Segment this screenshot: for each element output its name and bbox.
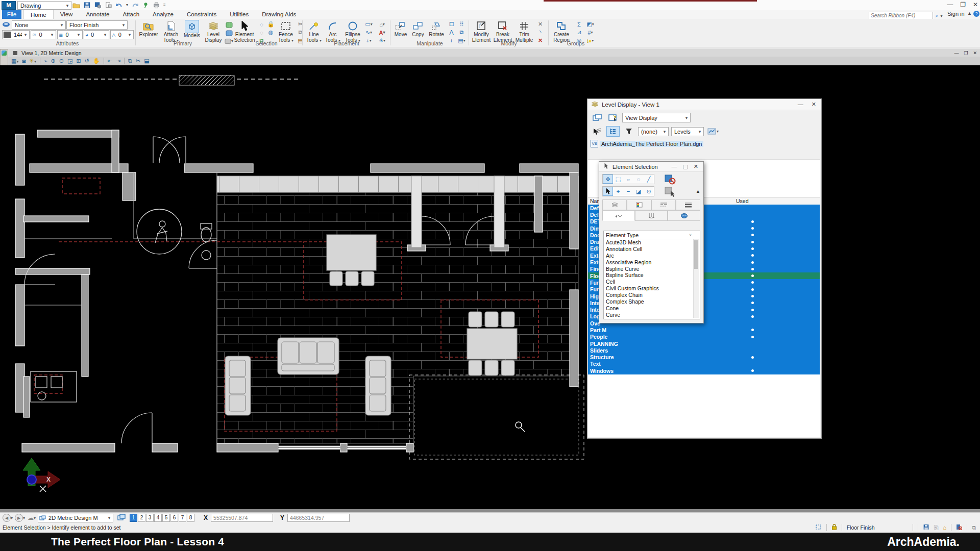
dialog-maximize-button[interactable]: ▢ — [682, 163, 688, 170]
copy-view-icon[interactable]: ⧉ — [128, 57, 132, 65]
view-titlebar[interactable]: View 1, 2D Metric Design — ❐ ✕ — [8, 49, 980, 57]
element-type-cell[interactable]: Cell — [604, 279, 700, 285]
mode-block-icon[interactable]: ⬚ — [613, 174, 623, 184]
tab-constraints[interactable]: Constraints — [180, 10, 223, 19]
marker-icon[interactable]: ☁ — [28, 514, 34, 521]
element-type-bspline-surface[interactable]: Bspline Surface — [604, 272, 700, 279]
dialog-close-button[interactable]: ✕ — [812, 101, 816, 108]
view-background-icon[interactable]: ◙ — [22, 57, 26, 65]
element-type-bspline-curve[interactable]: Bspline Curve — [604, 266, 700, 272]
view-minimize-button[interactable]: — — [954, 51, 959, 56]
print-preview-icon[interactable] — [105, 2, 112, 9]
save-settings-icon[interactable] — [94, 2, 102, 9]
view-toggle-3[interactable]: 3 — [146, 514, 154, 522]
level-display-button[interactable]: Level Display — [202, 20, 225, 43]
polygon-tools-icon[interactable]: ▭ ▾ — [364, 20, 373, 28]
hatch-icon[interactable]: # ▾ — [586, 29, 595, 36]
problems-icon[interactable] — [956, 524, 962, 531]
break-element-button[interactable]: Break Element — [492, 20, 513, 43]
collapse-panel-icon[interactable]: ▲ — [696, 189, 700, 194]
line-weight-select[interactable]: ≣0▾ — [57, 30, 83, 39]
text-icon[interactable]: A ▾ — [378, 29, 386, 36]
dgn-file-row[interactable]: V8 ArchAdemia_The Perfect Floor Plan.dgn — [591, 140, 818, 147]
window-area-icon[interactable]: ◲ — [67, 57, 72, 65]
clipboard-status-icon[interactable]: ⧉ — [972, 524, 976, 531]
element-type-list[interactable]: Element Type ˅ Acute3D MeshAnnotation Ce… — [603, 231, 700, 319]
method-subtract-icon[interactable]: − — [623, 187, 633, 196]
color-select[interactable]: 144▾ — [2, 30, 30, 39]
undo-icon[interactable] — [115, 2, 123, 9]
fit-view-icon[interactable]: ⊞ — [76, 57, 81, 65]
back-chevron-icon[interactable]: ▾ — [11, 516, 13, 520]
view-previous-icon[interactable]: ⇤ — [108, 57, 112, 65]
tab-attach[interactable]: Attach — [116, 10, 146, 19]
tab-home[interactable]: Home — [23, 10, 54, 19]
scale-icon[interactable]: ⧉ — [457, 29, 466, 36]
element-type-complex-shape[interactable]: Complex Shape — [604, 298, 700, 305]
method-new-icon[interactable] — [603, 187, 613, 196]
element-type-acute3d-mesh[interactable]: Acute3D Mesh — [604, 239, 700, 246]
element-type-scrollbar[interactable] — [693, 239, 699, 318]
lock-icon[interactable] — [831, 524, 837, 531]
pan-view-icon[interactable]: ✋ — [93, 57, 100, 65]
element-type-arc[interactable]: Arc — [604, 253, 700, 259]
save-icon[interactable] — [83, 2, 91, 9]
create-region-button[interactable]: Create Region — [550, 20, 573, 43]
active-level-select[interactable]: Floor Finish▾ — [66, 20, 128, 30]
method-add-icon[interactable]: + — [613, 187, 623, 196]
filter-icon[interactable] — [622, 126, 635, 137]
select-lock-icon[interactable]: 🔒 — [266, 20, 275, 28]
home-icon[interactable]: ⌂ — [943, 524, 946, 531]
x-coordinate-input[interactable] — [211, 514, 273, 522]
view-groups-icon[interactable] — [117, 514, 126, 522]
filter-select[interactable]: (none)▾ — [638, 127, 669, 136]
dialog-minimize-button[interactable]: — — [671, 163, 677, 170]
tab-view[interactable]: View — [54, 10, 80, 19]
fillet-icon[interactable]: ◝ — [536, 29, 545, 36]
active-template-select[interactable]: None▾ — [12, 20, 66, 30]
mode-shape-icon[interactable]: ⌔ — [623, 174, 633, 184]
view-close-button[interactable]: ✕ — [973, 51, 977, 56]
view-brightness-icon[interactable]: ☀▾ — [29, 57, 36, 65]
trim-multiple-button[interactable]: Trim Multiple — [513, 20, 535, 43]
view-toggle-4[interactable]: 4 — [154, 514, 162, 522]
method-clear-icon[interactable]: ⊙ — [644, 187, 654, 196]
y-coordinate-input[interactable] — [287, 514, 350, 522]
element-type-header[interactable]: Element Type ˅ — [604, 231, 700, 239]
tab-file[interactable]: File — [2, 10, 21, 19]
level-symbology-icon[interactable]: ▾ — [706, 126, 720, 137]
element-selection-dialog[interactable]: Element Selection — ▢ ✕ ✥ ⬚ ⌔ ◌ ╱ + − ◪ … — [599, 161, 704, 323]
element-type-complex-chain[interactable]: Complex Chain — [604, 292, 700, 298]
view-toggle-2[interactable]: 2 — [138, 514, 145, 522]
tab-colors-icon[interactable] — [627, 199, 651, 210]
sign-in-link[interactable]: Sign in — [947, 11, 965, 17]
tab-templates-icon[interactable] — [668, 210, 700, 221]
tab-drawing-aids[interactable]: Drawing Aids — [255, 10, 303, 19]
forward-chevron-icon[interactable]: ▾ — [23, 516, 25, 520]
level-row-structure[interactable]: Structure — [588, 354, 820, 361]
active-model-select[interactable]: 2D Metric Design M ▾ — [38, 514, 113, 522]
element-selection-titlebar[interactable]: Element Selection — ▢ ✕ — [599, 162, 703, 172]
delete-icon[interactable]: ✕ — [536, 20, 545, 28]
level-row-planning[interactable]: PLANNING — [588, 340, 820, 347]
level-row-people[interactable]: People — [588, 334, 820, 340]
clip-mask-icon[interactable]: ⬓ — [144, 57, 149, 65]
workflow-select[interactable]: Drawing ▾ — [17, 1, 71, 10]
dialog-close-button[interactable]: ✕ — [694, 163, 698, 170]
tab-analyze[interactable]: Analyze — [146, 10, 180, 19]
level-row-windows[interactable]: Windows — [588, 367, 820, 374]
back-icon[interactable]: ◀ — [3, 514, 11, 522]
flood-icon[interactable]: ◩ ▾ — [586, 20, 595, 28]
explorer-button[interactable]: Explorer — [137, 20, 160, 38]
close-button[interactable]: ✕ — [973, 1, 978, 8]
priority-select[interactable]: △0▾ — [110, 30, 134, 39]
level-list-view-icon[interactable] — [606, 126, 620, 137]
apply-to-open-views-icon[interactable] — [591, 112, 604, 123]
tab-utilities[interactable]: Utilities — [223, 10, 255, 19]
boolean-diff-icon[interactable]: ⊿ — [575, 29, 583, 36]
element-type-associative-region[interactable]: Associative Region — [604, 259, 700, 266]
printer-icon[interactable] — [153, 2, 160, 9]
view-attributes-icon[interactable]: ▦▾ — [11, 57, 18, 65]
zoom-in-icon[interactable]: ⊕ — [51, 57, 56, 65]
select-previous-icon[interactable]: ◍ — [266, 29, 275, 36]
